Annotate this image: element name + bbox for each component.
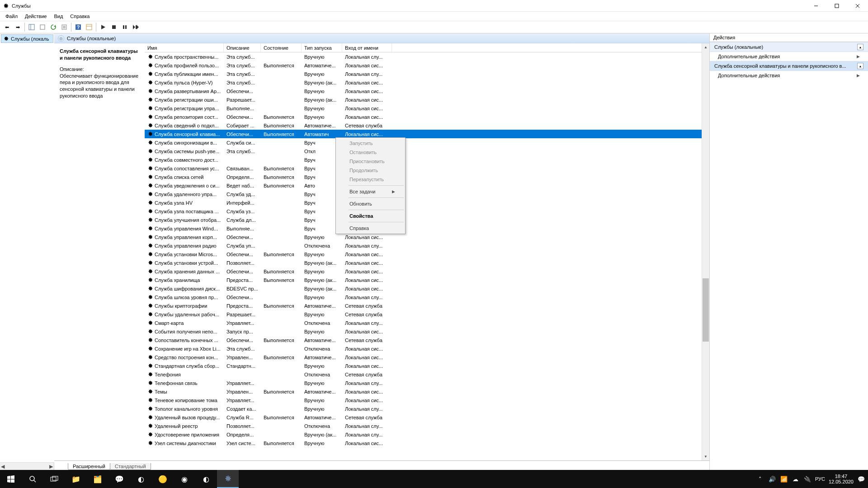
service-row[interactable]: Служба управления корп...Обеспечи...Вруч… bbox=[145, 233, 709, 241]
ctx-properties[interactable]: Свойства bbox=[337, 211, 404, 221]
service-row[interactable]: Сохранение игр на Xbox Li...Эта служб...… bbox=[145, 344, 709, 353]
service-row[interactable]: Служба хранилищаПредоста...ВыполняетсяВр… bbox=[145, 276, 709, 284]
tray-volume-icon[interactable]: 🔊 bbox=[768, 476, 776, 483]
help-button[interactable]: ? bbox=[73, 22, 83, 32]
menu-help[interactable]: Справка bbox=[66, 13, 93, 20]
scroll-up-button[interactable]: ▲ bbox=[702, 43, 709, 51]
col-name[interactable]: Имя bbox=[145, 43, 224, 52]
back-button[interactable]: ⬅ bbox=[2, 22, 12, 32]
service-row[interactable]: Служба регистрации оши...Разрешает...Вру… bbox=[145, 95, 709, 104]
service-row[interactable]: Теневое копирование томаУправляет...Вруч… bbox=[145, 396, 709, 404]
taskbar-app-chat[interactable]: 💬 bbox=[108, 470, 130, 488]
taskbar-app-chrome[interactable]: 🟡 bbox=[152, 470, 174, 488]
service-row[interactable]: Служба установки устрой...Позволяет...Вр… bbox=[145, 258, 709, 267]
tab-standard[interactable]: Стандартный bbox=[110, 463, 151, 470]
tray-clock[interactable]: 18:47 12.05.2020 bbox=[829, 474, 854, 484]
service-row[interactable]: Служба уведомления о си...Ведет наб...Вы… bbox=[145, 181, 709, 190]
ctx-all-tasks[interactable]: Все задачи▶ bbox=[337, 187, 404, 196]
service-row[interactable]: Сопоставитель конечных ...Обеспечи...Вып… bbox=[145, 336, 709, 344]
stop-service-button[interactable] bbox=[109, 22, 119, 32]
collapse-icon[interactable]: ▴ bbox=[857, 63, 863, 69]
col-state[interactable]: Состояние bbox=[261, 43, 302, 52]
service-row[interactable]: Служба управления радиоСлужба уп...Отклю… bbox=[145, 241, 709, 250]
service-row[interactable]: Служба управления Wind...Выполняе...Вруч bbox=[145, 224, 709, 233]
service-row[interactable]: Служба шлюза уровня пр...Обеспечи...Вруч… bbox=[145, 293, 709, 301]
export-button[interactable] bbox=[38, 22, 47, 32]
collapse-icon[interactable]: ▴ bbox=[857, 44, 863, 50]
service-row[interactable]: Служба пространственны...Эта служб...Вру… bbox=[145, 52, 709, 61]
tray-notifications-icon[interactable]: 💬 bbox=[857, 476, 865, 483]
service-row[interactable]: ТелефонияОтключенаСетевая служба bbox=[145, 370, 709, 379]
service-row[interactable]: ТемыУправлен...ВыполняетсяАвтоматиче...Л… bbox=[145, 387, 709, 396]
pause-service-button[interactable] bbox=[120, 22, 130, 32]
col-logon[interactable]: Вход от имени bbox=[342, 43, 392, 52]
service-row[interactable]: Служба узла поставщика ...Служба уз...Вр… bbox=[145, 207, 709, 216]
tray-chevron-icon[interactable]: ˄ bbox=[756, 476, 764, 483]
close-button[interactable] bbox=[847, 0, 868, 12]
service-row[interactable]: Смарт-картаУправляет...ОтключенаЛокальна… bbox=[145, 319, 709, 327]
taskbar-app-explorer[interactable]: 📁 bbox=[65, 470, 87, 488]
taskbar-app-steam[interactable]: ◐ bbox=[130, 470, 152, 488]
service-row[interactable]: События получения непо...Запуск пр...Вру… bbox=[145, 327, 709, 336]
show-hide-tree-button[interactable] bbox=[27, 22, 37, 32]
menu-view[interactable]: Вид bbox=[50, 13, 66, 20]
maximize-button[interactable] bbox=[826, 0, 847, 12]
export-list-button[interactable] bbox=[59, 22, 69, 32]
ctx-refresh[interactable]: Обновить bbox=[337, 199, 404, 208]
service-row[interactable]: Служба сопоставления ус...Связыван...Вып… bbox=[145, 164, 709, 173]
service-row[interactable]: Служба регистрации упра...Выполняе...Вру… bbox=[145, 104, 709, 113]
actions-more-2[interactable]: Дополнительные действия ▶ bbox=[710, 71, 868, 80]
ctx-help[interactable]: Справка bbox=[337, 224, 404, 233]
taskbar-app-folder[interactable]: 🗂️ bbox=[87, 470, 108, 488]
forward-button[interactable]: ➡ bbox=[13, 22, 23, 32]
search-button[interactable] bbox=[22, 470, 43, 488]
service-row[interactable]: Службы удаленных рабоч...Разрешает...Вру… bbox=[145, 310, 709, 319]
service-row[interactable]: Стандартная служба сбор...Стандартн...Вр… bbox=[145, 361, 709, 370]
scroll-down-button[interactable]: ▼ bbox=[702, 453, 709, 460]
service-row[interactable]: Служба репозитория сост...Обеспечи...Вып… bbox=[145, 113, 709, 121]
tray-network-icon[interactable]: 📶 bbox=[780, 476, 788, 483]
service-row[interactable]: Служба хранения данных ...Обеспечи...Вып… bbox=[145, 267, 709, 276]
service-row[interactable]: Узел системы диагностикиУзел систе...Вып… bbox=[145, 439, 709, 447]
service-row[interactable]: Службы криптографииПредоста...Выполняетс… bbox=[145, 301, 709, 310]
service-row[interactable]: Служба развертывания Ap...Обеспечи...Вру… bbox=[145, 87, 709, 95]
service-row[interactable]: Служба системы push-уве...Эта служб...От… bbox=[145, 147, 709, 155]
service-row[interactable]: Служба шифрования диск...BDESVC пр...Вру… bbox=[145, 284, 709, 293]
actions-more-1[interactable]: Дополнительные действия ▶ bbox=[710, 52, 868, 61]
taskbar-app-circle[interactable]: ◉ bbox=[174, 470, 195, 488]
service-row[interactable]: Служба совместного дост...Вруч bbox=[145, 155, 709, 164]
service-row[interactable]: Служба сведений о подкл...Собирает ...Вы… bbox=[145, 121, 709, 130]
service-row[interactable]: Служба списка сетейОпределя...Выполняетс… bbox=[145, 173, 709, 181]
refresh-button[interactable] bbox=[48, 22, 58, 32]
col-startup[interactable]: Тип запуска bbox=[302, 43, 342, 52]
service-row[interactable]: Удаленный вызов процеду...Служба R...Вып… bbox=[145, 413, 709, 422]
list-scrollbar[interactable]: ▲ ▼ bbox=[702, 43, 709, 460]
service-row[interactable]: Тополог канального уровняСоздает ка...Вр… bbox=[145, 404, 709, 413]
tray-cloud-icon[interactable]: ☁ bbox=[792, 476, 800, 483]
service-row[interactable]: Средство построения кон...Управлен...Вып… bbox=[145, 353, 709, 361]
service-row[interactable]: Удаленный реестрПозволяет...ОтключенаЛок… bbox=[145, 422, 709, 430]
menu-action[interactable]: Действие bbox=[21, 13, 50, 20]
service-row[interactable]: Служба синхронизации в...Служба си...Вру… bbox=[145, 138, 709, 147]
minimize-button[interactable] bbox=[806, 0, 826, 12]
scroll-thumb[interactable] bbox=[703, 278, 709, 342]
tab-extended[interactable]: Расширенный bbox=[68, 463, 110, 470]
col-description[interactable]: Описание bbox=[224, 43, 261, 52]
service-row[interactable]: Служба сенсорной клавиа...Обеспечи...Вып… bbox=[145, 130, 709, 138]
start-service-button[interactable] bbox=[98, 22, 108, 32]
menu-file[interactable]: Файл bbox=[2, 13, 21, 20]
service-row[interactable]: Служба улучшения отобра...Служба дл...Вр… bbox=[145, 216, 709, 224]
tray-power-icon[interactable]: 🔌 bbox=[803, 476, 811, 483]
tray-language[interactable]: РУС bbox=[815, 476, 825, 482]
tree-services-local[interactable]: Службы (локаль bbox=[1, 34, 53, 43]
service-row[interactable]: Удостоверение приложенияОпределя...Вручн… bbox=[145, 430, 709, 439]
task-view-button[interactable] bbox=[43, 470, 65, 488]
service-row[interactable]: Телефонная связьУправляет...ВручнуюЛокал… bbox=[145, 379, 709, 387]
actions-section-services[interactable]: Службы (локальные) ▴ bbox=[710, 42, 868, 52]
tree-scrollbar[interactable]: ◀▶ bbox=[0, 462, 54, 470]
nav-icon[interactable]: ◎ bbox=[58, 35, 64, 42]
restart-service-button[interactable] bbox=[131, 22, 141, 32]
actions-section-selected[interactable]: Служба сенсорной клавиатуры и панели рук… bbox=[710, 61, 868, 71]
service-row[interactable]: Служба публикации имен...Эта служб...Вру… bbox=[145, 70, 709, 78]
service-row[interactable]: Служба пульса (Hyper-V)Эта служб...Вручн… bbox=[145, 78, 709, 87]
